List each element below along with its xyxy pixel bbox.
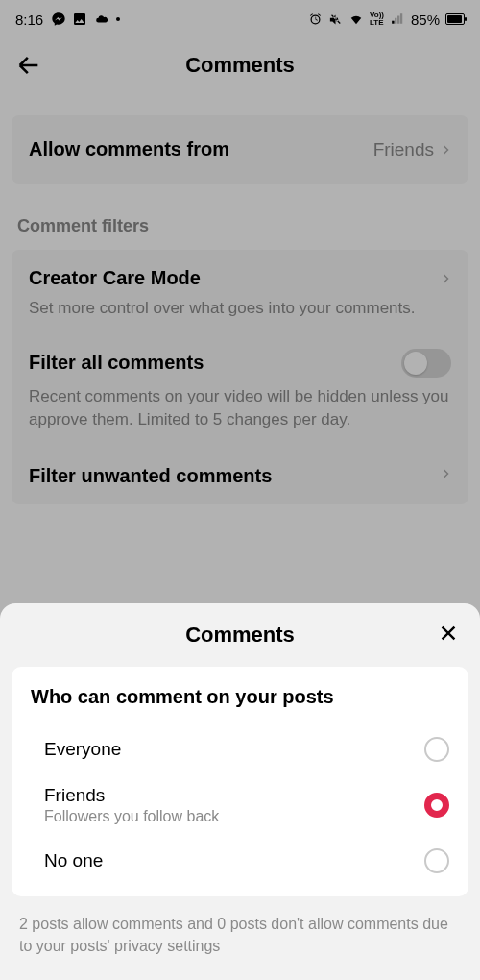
radio-icon bbox=[424, 848, 449, 873]
option-sublabel: Followers you follow back bbox=[44, 808, 219, 825]
back-button[interactable] bbox=[15, 52, 42, 79]
radio-icon bbox=[424, 737, 449, 762]
comments-permission-sheet: Comments Who can comment on your posts E… bbox=[0, 603, 480, 980]
option-label: Everyone bbox=[44, 739, 121, 760]
sheet-question: Who can comment on your posts bbox=[31, 686, 449, 708]
option-friends[interactable]: Friends Followers you follow back bbox=[31, 773, 449, 837]
option-label: No one bbox=[44, 850, 103, 871]
sheet-title: Comments bbox=[12, 623, 468, 648]
option-no-one[interactable]: No one bbox=[31, 837, 449, 885]
sheet-footer-note: 2 posts allow comments and 0 posts don't… bbox=[19, 914, 461, 957]
radio-icon-selected bbox=[424, 793, 449, 818]
option-everyone[interactable]: Everyone bbox=[31, 725, 449, 773]
close-button[interactable] bbox=[438, 623, 459, 644]
option-label: Friends bbox=[44, 785, 219, 806]
